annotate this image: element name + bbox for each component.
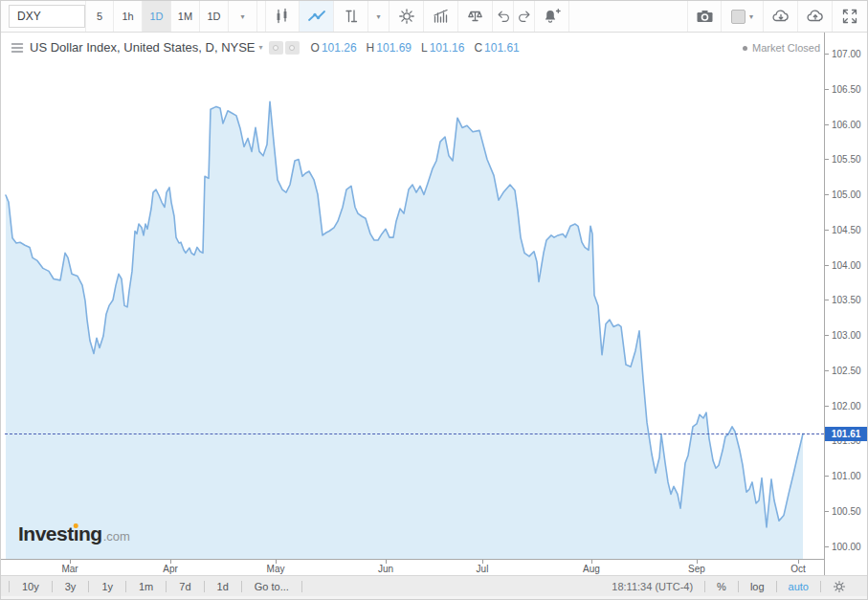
snapshot-button[interactable] bbox=[687, 1, 722, 32]
add-alert-button[interactable] bbox=[535, 1, 569, 32]
scale-buttons: %logauto bbox=[704, 576, 820, 596]
market-status: Market Closed bbox=[743, 42, 820, 54]
axis-settings-group: 18:11:34 (UTC-4) %logauto bbox=[600, 576, 857, 596]
settings-button[interactable] bbox=[389, 1, 424, 32]
price-axis-label: 106.50 bbox=[825, 84, 868, 96]
range-button-1m[interactable]: 1m bbox=[126, 576, 166, 596]
divider bbox=[301, 581, 302, 592]
settings-gear-icon bbox=[833, 580, 846, 593]
price-axis-label: 105.50 bbox=[825, 154, 868, 166]
undo-button[interactable] bbox=[493, 1, 514, 32]
chart-title: US Dollar Index, United States, D, NYSE bbox=[30, 40, 256, 55]
time-axis-label-sep: Sep bbox=[678, 564, 716, 574]
compare-scales-icon bbox=[466, 8, 484, 25]
price-axis-label: 100.50 bbox=[825, 506, 868, 518]
chart-region: US Dollar Index, United States, D, NYSE … bbox=[1, 33, 868, 575]
scale-button-log[interactable]: log bbox=[739, 576, 776, 596]
line-chart-icon bbox=[307, 8, 326, 25]
price-toggle-button[interactable] bbox=[285, 41, 300, 55]
load-chart-button[interactable] bbox=[764, 1, 798, 32]
range-button-7d[interactable]: 7d bbox=[167, 576, 203, 596]
cloud-download-icon bbox=[771, 8, 790, 25]
price-axis-label: 102.00 bbox=[825, 401, 868, 412]
layout-square-icon bbox=[731, 10, 746, 24]
time-axis-label-jul: Jul bbox=[463, 564, 501, 574]
price-axis-label: 104.00 bbox=[825, 260, 868, 272]
scale-button-%[interactable]: % bbox=[705, 576, 738, 596]
price-axis-label: 106.00 bbox=[825, 120, 868, 131]
candlestick-chart-button[interactable] bbox=[265, 1, 300, 32]
cloud-upload-icon bbox=[806, 8, 825, 25]
investing-logo[interactable]: Investıng .com bbox=[18, 522, 130, 545]
series-area-fill bbox=[6, 101, 803, 559]
header-mini-buttons bbox=[269, 41, 300, 55]
interval-button-1d-4[interactable]: 1D bbox=[200, 1, 229, 32]
toolbar-spacer bbox=[569, 1, 687, 32]
style-dropdown-button[interactable]: ▾ bbox=[368, 1, 389, 32]
settings-gear-icon bbox=[398, 8, 415, 25]
line-chart-button[interactable] bbox=[300, 1, 334, 32]
market-status-label: Market Closed bbox=[752, 42, 820, 54]
scale-button-auto[interactable]: auto bbox=[777, 576, 820, 596]
ohlc-h-value: H101.69 bbox=[367, 41, 412, 55]
range-button-go-to-[interactable]: Go to... bbox=[242, 576, 301, 596]
redo-button[interactable] bbox=[514, 1, 535, 32]
interval-button-group: 51h1D1M1D bbox=[85, 1, 229, 32]
chevron-down-icon: ▾ bbox=[240, 12, 244, 21]
time-axis-label-jun: Jun bbox=[367, 564, 405, 574]
time-axis-label-may: May bbox=[256, 564, 295, 574]
ohlc-l-value: L101.16 bbox=[421, 41, 464, 55]
range-button-1d[interactable]: 1d bbox=[205, 576, 241, 596]
chevron-down-icon[interactable]: ▾ bbox=[259, 43, 263, 52]
interval-button-1h-1[interactable]: 1h bbox=[114, 1, 143, 32]
time-axis[interactable]: MarAprMayJunJulAugSepOct bbox=[1, 559, 824, 575]
top-toolbar: DXY 51h1D1M1D ▾ ▾ bbox=[1, 1, 867, 33]
price-axis-label: 104.50 bbox=[825, 225, 868, 236]
price-axis[interactable]: 101.61 107.00106.50106.00105.50105.00104… bbox=[824, 33, 868, 575]
interval-dropdown-button[interactable]: ▾ bbox=[229, 1, 257, 32]
axis-settings-button[interactable] bbox=[821, 576, 857, 596]
price-axis-label: 107.00 bbox=[825, 49, 868, 60]
camera-snapshot-icon bbox=[696, 8, 714, 25]
ohlc-o-value: O101.26 bbox=[311, 41, 357, 55]
fullscreen-icon bbox=[841, 8, 858, 25]
chart-widget: DXY 51h1D1M1D ▾ ▾ bbox=[0, 0, 868, 600]
candlestick-chart-icon bbox=[274, 8, 291, 25]
interval-button-5-0[interactable]: 5 bbox=[85, 1, 114, 32]
indicators-button[interactable] bbox=[424, 1, 458, 32]
fullscreen-button[interactable] bbox=[833, 1, 867, 32]
range-button-1y[interactable]: 1y bbox=[89, 576, 125, 596]
alert-bell-plus-icon bbox=[543, 8, 561, 25]
time-axis-label-oct: Oct bbox=[779, 564, 817, 574]
price-axis-label: 105.00 bbox=[825, 189, 868, 201]
range-button-10y[interactable]: 10y bbox=[10, 576, 52, 596]
compare-button[interactable] bbox=[458, 1, 493, 32]
last-price-badge: 101.61 bbox=[825, 427, 867, 441]
price-axis-label: 101.00 bbox=[825, 471, 868, 482]
price-axis-label: 103.00 bbox=[825, 330, 868, 342]
undo-arrow-icon bbox=[496, 9, 511, 24]
price-area-chart[interactable] bbox=[5, 58, 824, 559]
ohlc-values: O101.26H101.69L101.16C101.61 bbox=[311, 41, 520, 55]
line-style-button[interactable] bbox=[334, 1, 368, 32]
line-style-icon bbox=[343, 8, 360, 25]
redo-arrow-icon bbox=[517, 9, 532, 24]
interval-button-1m-3[interactable]: 1M bbox=[171, 1, 200, 32]
time-axis-label-mar: Mar bbox=[51, 564, 89, 574]
range-button-group: 10y3y1y1m7d1dGo to... bbox=[9, 576, 302, 596]
interval-button-1d-2[interactable]: 1D bbox=[143, 1, 171, 32]
symbol-input[interactable]: DXY bbox=[9, 5, 85, 28]
chevron-down-icon: ▾ bbox=[749, 12, 753, 21]
circle-icon bbox=[273, 45, 278, 51]
save-chart-button[interactable] bbox=[798, 1, 833, 32]
price-axis-label: 103.50 bbox=[825, 295, 868, 306]
range-button-3y[interactable]: 3y bbox=[53, 576, 89, 596]
chevron-down-icon: ▾ bbox=[376, 12, 380, 21]
hamburger-menu-icon[interactable] bbox=[11, 42, 24, 54]
symbol-header: US Dollar Index, United States, D, NYSE … bbox=[11, 40, 520, 55]
footer-strip bbox=[1, 596, 867, 600]
ohlc-toggle-button[interactable] bbox=[269, 41, 283, 55]
ohlc-c-value: C101.61 bbox=[474, 41, 519, 55]
layout-select-button[interactable]: ▾ bbox=[722, 1, 764, 32]
time-axis-label-aug: Aug bbox=[572, 564, 611, 574]
